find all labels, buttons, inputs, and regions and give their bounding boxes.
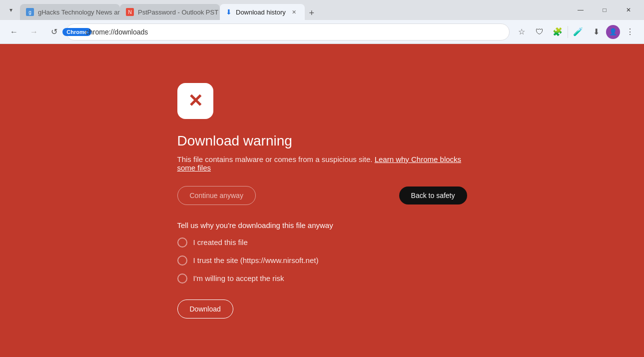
radio-label-created: I created this file [193, 238, 248, 246]
page-content: ✕ Download warning This file contains ma… [0, 44, 644, 357]
tab-ghacks-label: gHacks Technology News and ... [38, 8, 120, 16]
toolbar-actions: ☆ 🛡 🧩 🧪 ⬇ 👤 ⋮ [514, 24, 638, 40]
close-button[interactable]: ✕ [617, 2, 640, 18]
maximize-button[interactable]: □ [593, 2, 616, 18]
browser-frame: ▾ g gHacks Technology News and ... ✕ N P… [0, 0, 644, 357]
forward-button[interactable]: → [26, 24, 42, 40]
warning-card: ✕ Download warning This file contains ma… [147, 63, 497, 338]
tab-favicon-ghacks: g [26, 8, 34, 16]
download-button[interactable]: Download [177, 300, 233, 318]
tab-pst[interactable]: N PstPassword - Outlook PST Pas... ✕ [120, 4, 220, 20]
tab-favicon-pst: N [126, 8, 134, 16]
continue-anyway-button[interactable]: Continue anyway [177, 186, 256, 205]
tab-downloads-label: Download history [236, 8, 286, 16]
tab-downloads[interactable]: ⬇ Download history ✕ [220, 4, 305, 20]
minimize-button[interactable]: — [569, 2, 592, 18]
tab-ghacks[interactable]: g gHacks Technology News and ... ✕ [20, 4, 120, 20]
warning-icon-wrap: ✕ [177, 83, 213, 119]
reload-button[interactable]: ↺ [46, 24, 62, 40]
radio-item-created[interactable]: I created this file [177, 238, 467, 248]
radio-circle-risk[interactable] [177, 274, 187, 284]
address-bar[interactable]: Chrome chrome://downloads [66, 24, 510, 40]
shield-icon[interactable]: 🛡 [532, 24, 548, 40]
radio-item-risk[interactable]: I'm willing to accept the risk [177, 274, 467, 284]
profile-avatar[interactable]: 👤 [606, 25, 620, 39]
toolbar-separator [568, 26, 568, 38]
radio-circle-created[interactable] [177, 238, 187, 248]
radio-group: I created this file I trust the site (ht… [177, 238, 467, 284]
extensions-icon[interactable]: 🧩 [550, 24, 566, 40]
menu-icon[interactable]: ⋮ [622, 24, 638, 40]
toolbar: ← → ↺ Chrome chrome://downloads ☆ 🛡 🧩 🧪 … [0, 20, 644, 44]
warning-x-icon: ✕ [188, 90, 203, 112]
tab-pst-label: PstPassword - Outlook PST Pas... [138, 8, 220, 16]
tab-favicon-download: ⬇ [226, 8, 232, 16]
address-bar-icon: Chrome [72, 28, 81, 36]
radio-circle-trust[interactable] [177, 256, 187, 266]
lab-icon[interactable]: 🧪 [570, 24, 586, 40]
window-controls: — □ ✕ [569, 2, 640, 18]
address-text: chrome://downloads [85, 28, 503, 36]
radio-label-trust: I trust the site (https://www.nirsoft.ne… [193, 256, 319, 264]
tell-us-label: Tell us why you're downloading this file… [177, 221, 467, 230]
warning-description: This file contains malware or comes from… [177, 155, 467, 172]
tab-overflow-btn[interactable]: ▾ [4, 3, 18, 17]
new-tab-button[interactable]: + [305, 6, 319, 20]
back-to-safety-button[interactable]: Back to safety [399, 186, 467, 204]
title-bar: ▾ g gHacks Technology News and ... ✕ N P… [0, 0, 644, 20]
radio-item-trust[interactable]: I trust the site (https://www.nirsoft.ne… [177, 256, 467, 266]
warning-title: Download warning [177, 133, 467, 149]
download-icon[interactable]: ⬇ [588, 24, 604, 40]
tab-downloads-close[interactable]: ✕ [290, 8, 299, 16]
action-buttons-row: Continue anyway Back to safety [177, 186, 467, 205]
back-button[interactable]: ← [6, 24, 22, 40]
tab-list: g gHacks Technology News and ... ✕ N Pst… [20, 0, 563, 20]
radio-label-risk: I'm willing to accept the risk [193, 274, 284, 282]
bookmark-icon[interactable]: ☆ [514, 24, 530, 40]
